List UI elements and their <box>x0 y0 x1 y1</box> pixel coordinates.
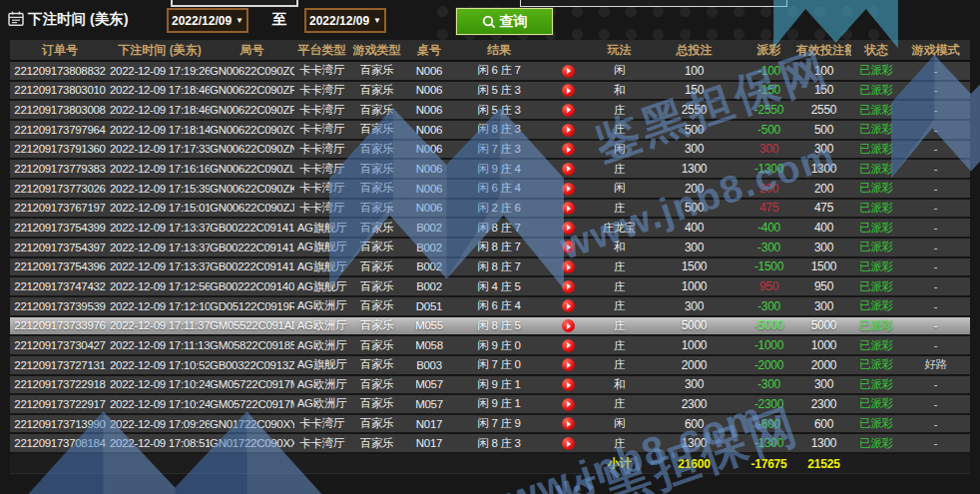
play-icon[interactable] <box>562 163 575 176</box>
cell-payout: -400 <box>741 221 796 235</box>
cell-game: 百家乐 <box>349 162 404 177</box>
date-from-select[interactable]: 2022/12/09 ▼ <box>167 8 248 33</box>
cell-time: 2022-12-09 17:12:56 <box>110 280 210 292</box>
cell-result: 闲 7 庄 3 <box>454 142 544 157</box>
cell-play: 庄 <box>592 298 647 313</box>
cell-platform: 卡卡湾厅 <box>294 122 349 137</box>
cell-play: 庄 <box>592 279 647 294</box>
cell-table: N006 <box>404 84 454 96</box>
table-row[interactable]: 2212091738030102022-12-09 17:18:46GN0062… <box>10 82 970 102</box>
table-row[interactable]: 2212091738030082022-12-09 17:18:46GN0062… <box>10 101 970 121</box>
subtotal-total-payout: -17675 <box>741 457 796 471</box>
cell-play: 庄 <box>592 162 647 177</box>
play-icon[interactable] <box>562 299 575 312</box>
search-button[interactable]: 查询 <box>456 8 553 35</box>
play-icon[interactable] <box>562 241 575 253</box>
cell-table: B002 <box>404 260 454 272</box>
cell-time: 2022-12-09 17:18:46 <box>110 84 210 96</box>
play-icon[interactable] <box>562 183 575 196</box>
cell-mode: - <box>901 65 970 77</box>
table-row[interactable]: 2212091737081842022-12-09 17:08:51GN0172… <box>10 434 970 454</box>
cell-mode: - <box>901 437 970 449</box>
cell-payout: -500 <box>741 123 796 137</box>
bet-time-filter-label: 下注时间 (美东) <box>28 10 129 29</box>
cell-order: 221209173747432 <box>10 280 110 292</box>
table-row[interactable]: 2212091737543972022-12-09 17:13:37GB0022… <box>10 239 970 258</box>
date-range-to-label: 至 <box>272 10 287 29</box>
cell-play: 庄 <box>592 103 647 118</box>
play-icon[interactable] <box>562 124 575 137</box>
table-row[interactable]: 2212091737730262022-12-09 17:15:39GN0062… <box>10 180 970 200</box>
play-icon[interactable] <box>562 65 575 78</box>
table-row[interactable]: 2212091737271312022-12-09 17:10:52GB0032… <box>10 356 970 376</box>
cell-mode: - <box>901 183 970 195</box>
cell-table: N017 <box>404 418 454 430</box>
table-row[interactable]: 2212091737474322022-12-09 17:12:56GB0022… <box>10 277 970 297</box>
cell-platform: 卡卡湾厅 <box>294 83 349 98</box>
cell-valid: 150 <box>796 83 851 97</box>
table-row[interactable]: 2212091738088322022-12-09 17:19:26GN0062… <box>10 62 970 82</box>
cell-round: GM05522C091AD <box>210 319 294 331</box>
play-icon[interactable] <box>562 84 575 97</box>
cell-game: 百家乐 <box>349 318 404 333</box>
cell-valid: 500 <box>796 123 851 137</box>
cell-platform: 卡卡湾厅 <box>294 436 349 451</box>
table-row[interactable]: 2212091737543962022-12-09 17:13:37GB0022… <box>10 258 970 278</box>
play-icon[interactable] <box>562 417 575 430</box>
table-row[interactable]: 2212091737339762022-12-09 17:11:37GM0552… <box>10 317 970 337</box>
cell-valid: 100 <box>796 64 851 78</box>
play-icon[interactable] <box>562 339 575 352</box>
cell-round: GN00622C090ZQ <box>210 65 294 77</box>
cell-game: 百家乐 <box>349 338 404 353</box>
play-icon[interactable] <box>562 222 575 235</box>
table-row[interactable]: 2212091737913602022-12-09 17:17:33GN0062… <box>10 141 970 161</box>
play-icon[interactable] <box>562 378 575 391</box>
table-row[interactable]: 2212091737139902022-12-09 17:09:26GN0172… <box>10 415 970 435</box>
cell-time: 2022-12-09 17:11:37 <box>110 319 210 331</box>
play-icon[interactable] <box>562 358 575 371</box>
cell-game: 百家乐 <box>349 240 404 254</box>
cell-valid: 300 <box>796 377 851 391</box>
cell-time: 2022-12-09 17:13:37 <box>110 222 210 234</box>
table-row[interactable]: 2212091737395392022-12-09 17:12:10GD0512… <box>10 297 970 317</box>
search-icon <box>482 15 496 29</box>
subtotal-total-valid: 21525 <box>796 457 851 471</box>
cell-play: 庄龙宝 <box>592 221 647 236</box>
play-icon[interactable] <box>562 280 575 293</box>
table-row[interactable]: 2212091737793832022-12-09 17:16:16GN0062… <box>10 160 970 180</box>
table-row[interactable]: 2212091737304272022-12-09 17:11:13GM0582… <box>10 336 970 356</box>
header-col-6: 结果 <box>454 40 544 60</box>
cell-valid: 300 <box>796 241 851 254</box>
cell-payout: -100 <box>741 64 796 78</box>
cell-bet: 1300 <box>647 162 741 176</box>
cell-order: 221209173727131 <box>10 359 110 371</box>
table-row[interactable]: 2212091737543992022-12-09 17:13:37GB0022… <box>10 219 970 239</box>
table-row[interactable]: 2212091737979642022-12-09 17:18:14GN0062… <box>10 121 970 141</box>
cell-round: GN01722C090XX <box>210 437 294 449</box>
cell-table: M055 <box>404 319 454 331</box>
cell-order: 221209173733976 <box>10 319 110 331</box>
table-row[interactable]: 2212091737229182022-12-09 17:10:24GM0572… <box>10 376 970 396</box>
play-icon[interactable] <box>562 437 575 450</box>
cell-platform: AG欧洲厅 <box>294 298 349 313</box>
play-icon[interactable] <box>562 260 575 273</box>
cell-time: 2022-12-09 17:15:01 <box>110 202 210 214</box>
play-icon[interactable] <box>562 319 575 332</box>
table-row[interactable]: 2212091737229172022-12-09 17:10:24GM0572… <box>10 395 970 415</box>
cell-game: 百家乐 <box>349 122 404 137</box>
cell-bet: 300 <box>647 377 741 391</box>
play-icon[interactable] <box>562 398 575 411</box>
play-icon[interactable] <box>562 143 575 156</box>
header-col-3: 平台类型 <box>294 40 349 60</box>
cell-game: 百家乐 <box>349 63 404 78</box>
header-col-11: 有效投注额 <box>796 40 851 60</box>
cell-bet: 5000 <box>647 318 741 332</box>
cell-platform: AG欧洲厅 <box>294 377 349 392</box>
date-to-select[interactable]: 2022/12/09 ▼ <box>304 8 386 33</box>
table-row[interactable]: 2212091737671972022-12-09 17:15:01GN0062… <box>10 200 970 220</box>
cell-time: 2022-12-09 17:17:33 <box>110 143 210 155</box>
play-icon[interactable] <box>562 104 575 117</box>
play-icon[interactable] <box>562 202 575 215</box>
cell-platform: 卡卡湾厅 <box>294 142 349 157</box>
cell-payout: -2550 <box>741 103 796 117</box>
